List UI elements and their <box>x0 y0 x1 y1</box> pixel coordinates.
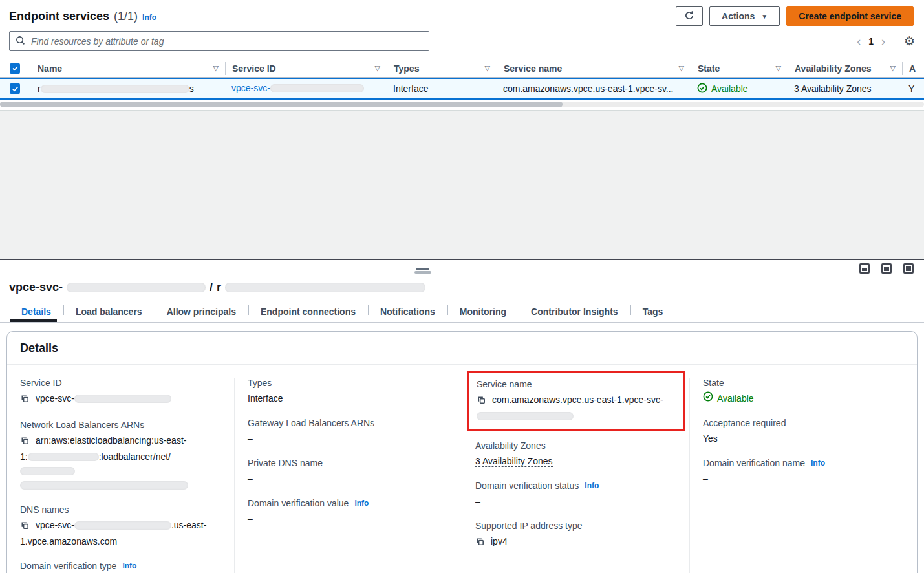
search-icon <box>16 36 25 47</box>
field-private-dns-name: Private DNS name – <box>248 458 449 486</box>
pagination: ‹ 1 › ⚙ <box>853 34 915 49</box>
row-checkbox[interactable] <box>10 83 20 94</box>
details-card-body: Service ID vpce-svc- Network Load Balanc… <box>7 365 917 573</box>
redacted-text <box>20 467 75 475</box>
details-card: Details Service ID vpce-svc- Network Loa… <box>6 331 918 573</box>
details-column-1: Service ID vpce-svc- Network Load Balanc… <box>7 378 234 573</box>
tab-endpoint-connections[interactable]: Endpoint connections <box>248 301 368 322</box>
redacted-text <box>74 521 171 530</box>
column-header-service-name[interactable]: Service name▽ <box>497 62 691 75</box>
column-header-availability-zones[interactable]: Availability Zones▽ <box>788 62 902 75</box>
resize-handle[interactable] <box>414 268 431 274</box>
field-domain-verification-status: Domain verification statusInfo – <box>475 481 676 508</box>
table-row[interactable]: rs vpce-svc- Interface com.amazonaws.vpc… <box>0 78 924 100</box>
info-link[interactable]: Info <box>585 481 599 490</box>
column-header-name[interactable]: Name▽ <box>31 62 225 75</box>
result-count: (1/1) <box>114 10 138 23</box>
search-input[interactable] <box>30 36 423 47</box>
tab-notifications[interactable]: Notifications <box>368 301 447 322</box>
tab-allow-principals[interactable]: Allow principals <box>155 301 248 322</box>
cell-service-id: vpce-svc- <box>225 83 387 94</box>
redacted-text <box>477 412 574 420</box>
preferences-gear-icon[interactable]: ⚙ <box>904 35 915 47</box>
next-page-icon[interactable]: › <box>877 36 889 47</box>
tab-bar: Details Load balancers Allow principals … <box>0 301 924 323</box>
filter-icon[interactable]: ▽ <box>485 64 490 72</box>
table-header-row: Name▽ Service ID▽ Types▽ Service name▽ S… <box>0 59 924 78</box>
copy-icon[interactable] <box>475 536 485 550</box>
search-box[interactable] <box>9 31 429 51</box>
column-header-types[interactable]: Types▽ <box>387 62 497 75</box>
copy-icon[interactable] <box>20 520 30 534</box>
redacted-text <box>270 84 364 92</box>
copy-icon[interactable] <box>20 393 30 407</box>
redacted-text <box>41 85 189 93</box>
panel-position-half-icon[interactable] <box>881 263 892 274</box>
redacted-text <box>28 453 99 461</box>
select-all-cell <box>0 63 31 74</box>
split-panel-header-strip <box>0 260 924 278</box>
column-header-state[interactable]: State▽ <box>691 62 788 75</box>
field-acceptance-required: Acceptance required Yes <box>703 418 904 446</box>
field-state: State Available <box>703 378 904 405</box>
filter-icon[interactable]: ▽ <box>679 64 684 72</box>
title-group: Endpoint services (1/1) Info <box>9 10 156 23</box>
tab-monitoring[interactable]: Monitoring <box>447 301 519 322</box>
info-link[interactable]: Info <box>142 13 156 22</box>
content-background <box>0 110 924 259</box>
cell-acceptance: Y <box>902 83 924 94</box>
filter-icon[interactable]: ▽ <box>890 64 896 72</box>
info-link[interactable]: Info <box>811 459 825 468</box>
page-title: Endpoint services <box>9 10 109 23</box>
tab-load-balancers[interactable]: Load balancers <box>63 301 155 322</box>
field-domain-verification-type: Domain verification typeInfo – <box>20 561 221 573</box>
field-domain-verification-value: Domain verification valueInfo – <box>248 498 449 526</box>
panel-position-controls <box>859 263 914 274</box>
filter-icon[interactable]: ▽ <box>213 64 219 72</box>
service-id-link[interactable]: vpce-svc- <box>231 83 364 94</box>
copy-icon[interactable] <box>20 435 30 449</box>
column-header-acceptance[interactable]: A <box>902 62 924 75</box>
create-endpoint-service-button[interactable]: Create endpoint service <box>786 6 914 26</box>
filter-icon[interactable]: ▽ <box>375 64 380 72</box>
refresh-button[interactable] <box>676 6 703 26</box>
service-name-highlight-box: Service name com.amazonaws.vpce.us-east-… <box>467 371 685 431</box>
select-all-checkbox[interactable] <box>10 63 20 74</box>
field-availability-zones: Availability Zones 3 Availability Zones <box>475 440 676 468</box>
panel-position-bottom-icon[interactable] <box>859 263 870 274</box>
copy-icon[interactable] <box>477 395 486 409</box>
info-link[interactable]: Info <box>122 561 136 570</box>
actions-button[interactable]: Actions ▼ <box>709 6 780 26</box>
redacted-text <box>67 283 206 292</box>
field-nlb-arns: Network Load Balancers ARNs arn:aws:elas… <box>20 420 221 492</box>
cell-types: Interface <box>387 83 497 94</box>
current-page[interactable]: 1 <box>865 36 877 47</box>
split-panel-title: vpce-svc- / r <box>0 278 924 301</box>
cell-state: Available <box>691 83 788 95</box>
header-actions: Actions ▼ Create endpoint service <box>676 6 914 26</box>
tab-tags[interactable]: Tags <box>630 301 676 322</box>
availability-zones-popover[interactable]: 3 Availability Zones <box>794 83 872 94</box>
tab-contributor-insights[interactable]: Contributor Insights <box>519 301 630 322</box>
tab-details[interactable]: Details <box>9 301 63 322</box>
field-supported-ip: Supported IP address type ipv4 <box>475 521 676 550</box>
field-service-name: Service name com.amazonaws.vpce.us-east-… <box>477 379 676 423</box>
toolbar: ‹ 1 › ⚙ <box>0 28 924 51</box>
previous-page-icon[interactable]: ‹ <box>853 36 865 47</box>
filter-icon[interactable]: ▽ <box>776 64 781 72</box>
availability-zones-popover[interactable]: 3 Availability Zones <box>475 456 553 467</box>
field-domain-verification-name: Domain verification nameInfo – <box>703 458 904 486</box>
info-link[interactable]: Info <box>354 499 369 508</box>
column-header-service-id[interactable]: Service ID▽ <box>225 62 387 75</box>
scrollbar-thumb[interactable] <box>0 102 563 107</box>
redacted-text <box>74 395 171 403</box>
details-column-3: Service name com.amazonaws.vpce.us-east-… <box>462 378 689 573</box>
row-select-cell <box>0 83 31 94</box>
cell-availability-zones: 3 Availability Zones <box>788 83 902 94</box>
page-header: Endpoint services (1/1) Info Actions ▼ C… <box>0 0 924 28</box>
details-column-4: State Available Acceptance required Yes … <box>689 378 917 573</box>
details-column-2: Types Interface Gateway Load Balancers A… <box>234 378 462 573</box>
panel-position-full-icon[interactable] <box>903 263 914 274</box>
horizontal-scrollbar[interactable] <box>0 102 924 107</box>
pager-divider <box>897 34 897 49</box>
